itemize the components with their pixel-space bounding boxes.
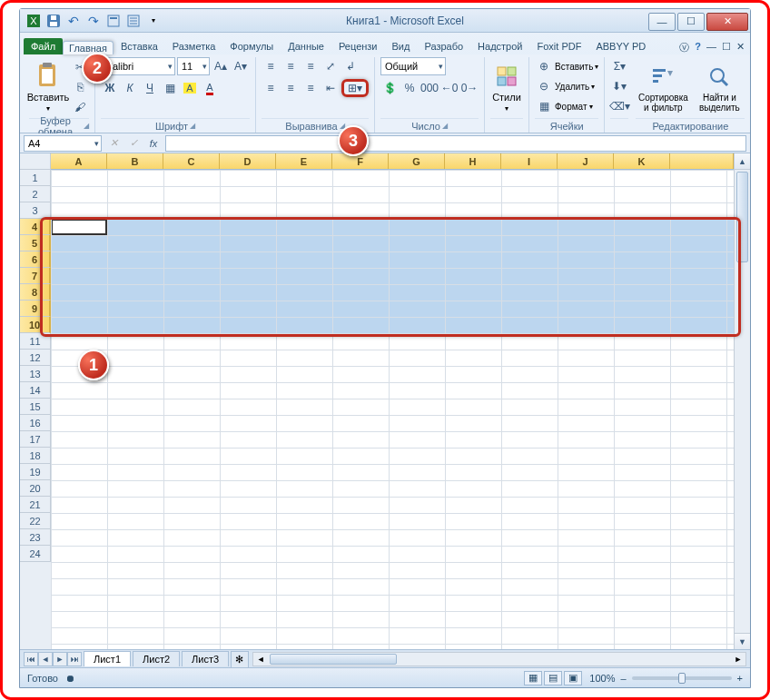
col-header-E[interactable]: E xyxy=(276,153,332,169)
doc-close-icon[interactable]: ✕ xyxy=(736,41,745,54)
tab-file[interactable]: Файл xyxy=(24,38,63,54)
delete-cells-label[interactable]: Удалить xyxy=(555,82,589,92)
view-page-break-icon[interactable]: ▣ xyxy=(564,671,582,685)
fill-icon[interactable]: ⬇▾ xyxy=(610,77,628,95)
row-header-9[interactable]: 9 xyxy=(20,301,51,317)
insert-cells-icon[interactable]: ⊕ xyxy=(535,57,553,75)
row-header-3[interactable]: 3 xyxy=(20,202,51,219)
col-header-H[interactable]: H xyxy=(445,153,501,169)
find-select-button[interactable]: Найти и выделить xyxy=(694,57,745,116)
view-page-layout-icon[interactable]: ▤ xyxy=(544,671,562,685)
row-header-1[interactable]: 1 xyxy=(20,170,51,186)
row-header-12[interactable]: 12 xyxy=(20,350,51,366)
doc-restore-icon[interactable]: ☐ xyxy=(722,41,731,54)
row-header-18[interactable]: 18 xyxy=(20,448,51,464)
col-header-G[interactable]: G xyxy=(389,153,445,169)
insert-cells-label[interactable]: Вставить xyxy=(555,62,593,72)
row-header-10[interactable]: 10 xyxy=(20,317,51,333)
active-cell[interactable] xyxy=(51,219,107,235)
sheet-nav-prev-icon[interactable]: ◄ xyxy=(38,652,53,666)
row-header-5[interactable]: 5 xyxy=(20,235,51,251)
excel-icon[interactable]: X xyxy=(25,13,42,29)
tab-layout[interactable]: Разметка xyxy=(165,38,223,54)
wrap-text-icon[interactable]: ↲ xyxy=(341,57,360,75)
zoom-out-icon[interactable]: – xyxy=(620,673,626,684)
format-painter-icon[interactable]: 🖌 xyxy=(71,98,89,116)
orientation-icon[interactable]: ⤢ xyxy=(321,57,340,75)
increase-decimal-icon[interactable]: ←0 xyxy=(440,79,459,97)
decrease-font-icon[interactable]: A▾ xyxy=(232,57,250,75)
sort-filter-button[interactable]: Сортировка и фильтр xyxy=(636,57,690,116)
row-header-11[interactable]: 11 xyxy=(20,333,51,350)
maximize-button[interactable]: ☐ xyxy=(677,13,705,31)
sheet-tab-3[interactable]: Лист3 xyxy=(182,651,229,666)
col-header-A[interactable]: A xyxy=(51,153,107,169)
help-icon[interactable]: ? xyxy=(695,41,701,54)
row-header-13[interactable]: 13 xyxy=(20,366,51,382)
font-size-combo[interactable]: 11 xyxy=(177,57,210,75)
sheet-nav-next-icon[interactable]: ► xyxy=(53,652,67,666)
undo-icon[interactable]: ↶ xyxy=(65,13,82,29)
redo-icon[interactable]: ↷ xyxy=(85,13,102,29)
row-header-23[interactable]: 23 xyxy=(20,529,51,546)
col-header-more[interactable] xyxy=(670,153,734,169)
number-format-combo[interactable]: Общий xyxy=(380,57,446,75)
col-header-D[interactable]: D xyxy=(220,153,276,169)
fill-color-icon[interactable]: A xyxy=(181,79,199,97)
col-header-B[interactable]: B xyxy=(107,153,163,169)
qat-button-2[interactable] xyxy=(125,13,142,29)
align-left-icon[interactable]: ≡ xyxy=(262,79,280,97)
styles-button[interactable]: Стили ▾ xyxy=(490,57,523,116)
enter-formula-icon[interactable]: ✓ xyxy=(125,135,142,152)
font-color-icon[interactable]: A xyxy=(201,79,219,97)
paste-button[interactable]: Вставить ▾ xyxy=(29,57,67,116)
horizontal-scrollbar[interactable]: ◄ ► xyxy=(252,652,746,666)
comma-icon[interactable]: 000 xyxy=(420,79,439,97)
tab-home[interactable]: Главная xyxy=(63,41,114,54)
close-button[interactable]: ✕ xyxy=(706,13,748,31)
autosum-icon[interactable]: Σ▾ xyxy=(610,57,628,75)
ribbon-minimize-icon[interactable]: ⓥ xyxy=(679,41,689,54)
doc-minimize-icon[interactable]: — xyxy=(706,41,716,54)
row-header-2[interactable]: 2 xyxy=(20,186,51,202)
row-header-24[interactable]: 24 xyxy=(20,546,51,562)
increase-font-icon[interactable]: A▴ xyxy=(212,57,230,75)
row-header-17[interactable]: 17 xyxy=(20,431,51,448)
decrease-decimal-icon[interactable]: 0→ xyxy=(460,79,479,97)
cancel-formula-icon[interactable]: ✕ xyxy=(105,135,122,152)
col-header-J[interactable]: J xyxy=(558,153,614,169)
vertical-scrollbar[interactable]: ▲ ▼ xyxy=(734,153,750,649)
formula-input[interactable] xyxy=(165,135,746,152)
row-header-6[interactable]: 6 xyxy=(20,251,51,268)
vscroll-thumb[interactable] xyxy=(736,172,748,262)
macro-record-icon[interactable]: ⏺ xyxy=(65,673,75,684)
sheet-tab-1[interactable]: Лист1 xyxy=(84,651,131,666)
row-header-7[interactable]: 7 xyxy=(20,268,51,284)
zoom-level[interactable]: 100% xyxy=(589,673,615,684)
underline-button[interactable]: Ч xyxy=(141,79,159,97)
row-header-22[interactable]: 22 xyxy=(20,513,51,529)
row-header-8[interactable]: 8 xyxy=(20,284,51,301)
align-bottom-icon[interactable]: ≡ xyxy=(301,57,320,75)
number-dialog-icon[interactable]: ◢ xyxy=(442,122,448,130)
align-middle-icon[interactable]: ≡ xyxy=(281,57,300,75)
row-header-20[interactable]: 20 xyxy=(20,480,51,497)
col-header-K[interactable]: K xyxy=(614,153,670,169)
save-icon[interactable] xyxy=(45,13,62,29)
align-right-icon[interactable]: ≡ xyxy=(301,79,320,97)
hscroll-left-icon[interactable]: ◄ xyxy=(253,653,268,665)
currency-icon[interactable]: 💲 xyxy=(380,79,399,97)
clear-icon[interactable]: ⌫▾ xyxy=(610,97,628,115)
row-header-16[interactable]: 16 xyxy=(20,415,51,431)
hscroll-right-icon[interactable]: ► xyxy=(731,653,745,665)
tab-addins[interactable]: Надстрой xyxy=(470,38,529,54)
scroll-up-icon[interactable]: ▲ xyxy=(735,153,750,170)
tab-insert[interactable]: Вставка xyxy=(114,38,165,54)
row-header-19[interactable]: 19 xyxy=(20,464,51,480)
col-header-F[interactable]: F xyxy=(332,153,389,169)
row-header-4[interactable]: 4 xyxy=(20,219,51,235)
row-header-21[interactable]: 21 xyxy=(20,497,51,513)
tab-review[interactable]: Рецензи xyxy=(331,38,385,54)
copy-icon[interactable]: ⎘ xyxy=(71,78,89,96)
tab-abbyy[interactable]: ABBYY PD xyxy=(588,38,653,54)
